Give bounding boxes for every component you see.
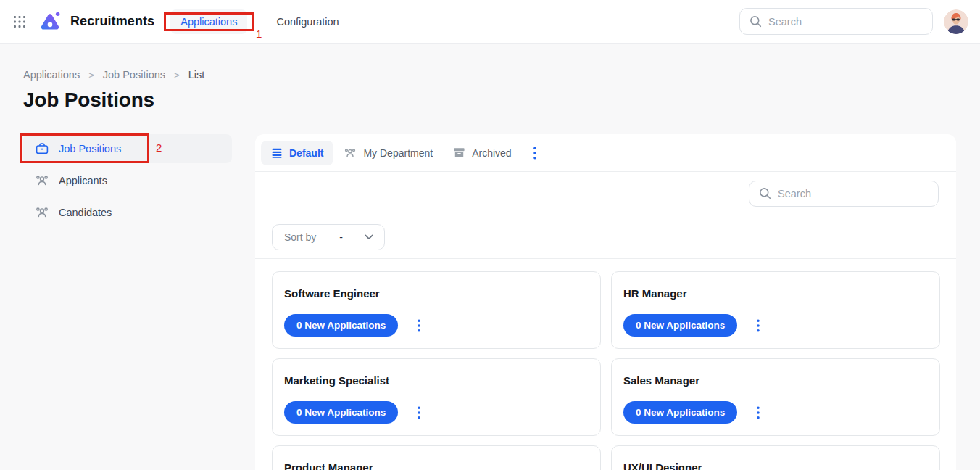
- people-icon: [35, 205, 49, 220]
- people-icon: [344, 147, 357, 160]
- sort-control[interactable]: Sort by -: [272, 224, 385, 250]
- job-title: Software Engineer: [284, 287, 589, 300]
- archive-icon: [453, 147, 465, 159]
- annotation-number-2: 2: [156, 141, 162, 154]
- new-applications-button[interactable]: 0 New Applications: [284, 401, 398, 424]
- breadcrumb: Applications > Job Positions > List: [23, 69, 956, 81]
- sort-value-dropdown[interactable]: -: [328, 225, 384, 250]
- sidebar-item-candidates[interactable]: Candidates: [23, 198, 232, 227]
- search-icon: [749, 15, 762, 28]
- tab-label: Default: [289, 147, 323, 159]
- breadcrumb-applications[interactable]: Applications: [23, 69, 80, 81]
- job-positions-panel: Default My Department: [255, 134, 956, 470]
- breadcrumb-separator-icon: >: [88, 70, 94, 81]
- job-cards-grid: Software Engineer 0 New Applications HR …: [255, 259, 956, 470]
- panel-search[interactable]: [749, 181, 939, 207]
- tab-label: Archived: [472, 147, 511, 159]
- job-title: Product Manager: [284, 461, 589, 470]
- tab-default[interactable]: Default: [261, 141, 333, 165]
- card-menu-icon[interactable]: [754, 403, 763, 422]
- tabs-more-menu-icon[interactable]: [529, 142, 541, 164]
- global-search-input[interactable]: [768, 16, 923, 28]
- page-title: Job Positions: [23, 88, 956, 112]
- sort-by-label: Sort by: [273, 225, 328, 250]
- page-body: Applications > Job Positions > List Job …: [0, 69, 980, 470]
- tab-my-department[interactable]: My Department: [333, 140, 443, 166]
- global-search[interactable]: [739, 8, 933, 35]
- job-title: HR Manager: [623, 287, 928, 300]
- job-card-product-manager[interactable]: Product Manager 0 New Applications: [272, 445, 601, 470]
- job-card-sales-manager[interactable]: Sales Manager 0 New Applications: [611, 358, 940, 436]
- job-card-ux-ui-designer[interactable]: UX/UI Designer 0 New Applications: [611, 445, 940, 470]
- job-title: Marketing Specialist: [284, 374, 589, 387]
- job-card-marketing-specialist[interactable]: Marketing Specialist 0 New Applications: [272, 358, 601, 436]
- chevron-down-icon: [365, 234, 373, 240]
- card-menu-icon[interactable]: [754, 316, 763, 335]
- sidebar-item-applicants[interactable]: Applicants: [23, 166, 232, 195]
- annotation-number-1: 1: [256, 28, 262, 40]
- user-avatar[interactable]: [944, 9, 968, 34]
- tab-archived[interactable]: Archived: [443, 140, 521, 165]
- app-title: Recruitments: [70, 14, 154, 29]
- card-menu-icon[interactable]: [415, 403, 423, 422]
- top-navigation: Applications 1 Configuration: [170, 9, 349, 34]
- app-logo-icon: [38, 10, 61, 33]
- breadcrumb-list: List: [188, 69, 205, 81]
- new-applications-button[interactable]: 0 New Applications: [623, 314, 737, 337]
- topbar: Recruitments Applications 1 Configuratio…: [0, 0, 980, 44]
- tab-label: My Department: [363, 147, 433, 159]
- apps-grid-icon[interactable]: [13, 15, 26, 28]
- briefcase-icon: [35, 141, 49, 156]
- job-title: Sales Manager: [623, 374, 928, 387]
- people-icon: [35, 173, 49, 188]
- search-icon: [759, 187, 771, 199]
- job-card-hr-manager[interactable]: HR Manager 0 New Applications: [611, 271, 940, 349]
- job-card-software-engineer[interactable]: Software Engineer 0 New Applications: [272, 271, 601, 349]
- card-menu-icon[interactable]: [415, 316, 423, 335]
- sidebar-item-label: Applicants: [59, 175, 107, 186]
- new-applications-button[interactable]: 0 New Applications: [623, 401, 737, 424]
- nav-item-applications[interactable]: Applications: [170, 9, 247, 34]
- sidebar-item-label: Job Positions: [59, 143, 121, 154]
- breadcrumb-separator-icon: >: [174, 70, 180, 81]
- panel-search-input[interactable]: [778, 188, 929, 199]
- breadcrumb-job-positions[interactable]: Job Positions: [103, 69, 165, 81]
- rows-icon: [271, 147, 283, 159]
- nav-item-configuration[interactable]: Configuration: [266, 9, 349, 34]
- sort-selected-value: -: [339, 231, 343, 243]
- new-applications-button[interactable]: 0 New Applications: [284, 314, 398, 337]
- panel-search-row: [255, 172, 956, 215]
- job-title: UX/UI Designer: [623, 461, 928, 470]
- sort-row: Sort by -: [255, 215, 956, 259]
- sidebar-item-label: Candidates: [59, 207, 112, 218]
- sidebar: Job Positions 2 Applicants: [23, 134, 232, 227]
- sidebar-item-job-positions[interactable]: Job Positions 2: [23, 134, 232, 163]
- view-tabs: Default My Department: [255, 134, 956, 172]
